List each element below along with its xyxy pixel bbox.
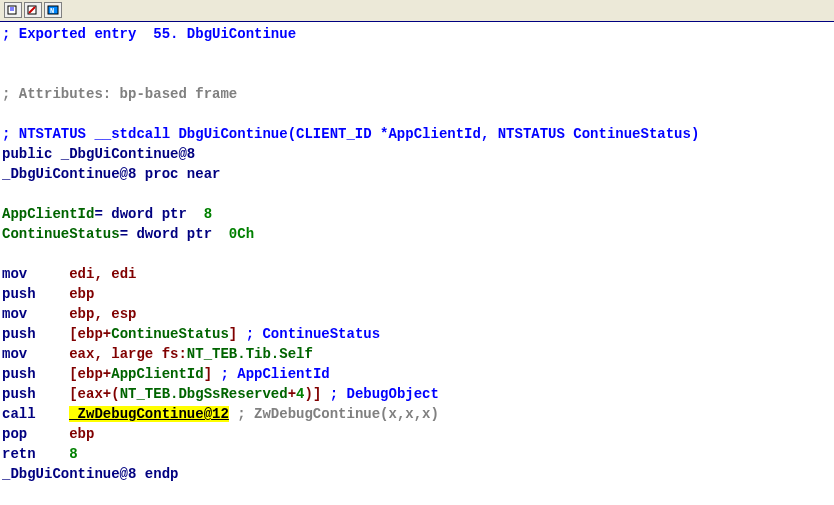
asm-line-1: mov edi, edi	[0, 264, 834, 284]
edit-icon	[27, 5, 39, 15]
asm-line-10: retn 8	[0, 444, 834, 464]
svg-text:N: N	[50, 7, 54, 15]
asm-line-9: pop ebp	[0, 424, 834, 444]
local-var-1: AppClientId= dword ptr 8	[0, 204, 834, 224]
toolbar-btn-2[interactable]	[24, 2, 42, 18]
document-icon	[7, 5, 19, 15]
proc-start: _DbgUiContinue@8 proc near	[0, 164, 834, 184]
asm-line-4: push [ebp+ContinueStatus] ; ContinueStat…	[0, 324, 834, 344]
asm-line-2: push ebp	[0, 284, 834, 304]
toolbar: N	[0, 0, 834, 22]
asm-line-7: push [eax+(NT_TEB.DbgSsReserved+4)] ; De…	[0, 384, 834, 404]
asm-line-6: push [ebp+AppClientId] ; AppClientId	[0, 364, 834, 384]
comment-attributes: ; Attributes: bp-based frame	[0, 84, 834, 104]
proc-end: _DbgUiContinue@8 endp	[0, 464, 834, 484]
local-var-2: ContinueStatus= dword ptr 0Ch	[0, 224, 834, 244]
asm-line-3: mov ebp, esp	[0, 304, 834, 324]
text-icon: N	[47, 5, 59, 15]
disassembly-view[interactable]: ; Exported entry 55. DbgUiContinue ; Att…	[0, 22, 834, 486]
asm-line-5: mov eax, large fs:NT_TEB.Tib.Self	[0, 344, 834, 364]
comment-signature: ; NTSTATUS __stdcall DbgUiContinue(CLIEN…	[0, 124, 834, 144]
call-target[interactable]: _ZwDebugContinue@12	[69, 406, 229, 422]
comment-exported-entry: ; Exported entry 55. DbgUiContinue	[0, 24, 834, 44]
toolbar-btn-1[interactable]	[4, 2, 22, 18]
asm-line-8: call _ZwDebugContinue@12 ; ZwDebugContin…	[0, 404, 834, 424]
public-declaration: public _DbgUiContinue@8	[0, 144, 834, 164]
toolbar-btn-3[interactable]: N	[44, 2, 62, 18]
